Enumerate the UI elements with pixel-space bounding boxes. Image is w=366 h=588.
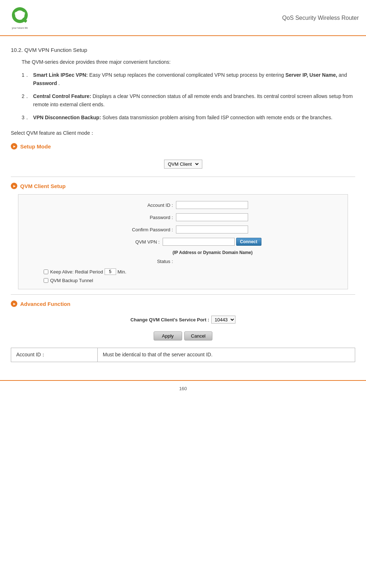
setup-mode-select[interactable]: QVM Client QVM Server Disabled bbox=[167, 161, 200, 167]
setup-mode-section: Setup Mode QVM Client QVM Server Disable… bbox=[11, 143, 355, 177]
cancel-button[interactable]: Cancel bbox=[184, 331, 212, 340]
advanced-port-select[interactable]: 10443 443 80 bbox=[211, 316, 235, 324]
qvm-client-section: QVM Client Setup Account ID : Password :… bbox=[11, 183, 355, 295]
apply-button[interactable]: Apply bbox=[154, 331, 182, 340]
section-divider-2 bbox=[11, 294, 355, 295]
section-divider-1 bbox=[11, 177, 355, 177]
qvm-client-form: Account ID : Password : Confirm Password… bbox=[18, 194, 348, 289]
advanced-port-label: Change QVM Client's Service Port : bbox=[131, 317, 209, 322]
keep-alive-checkbox[interactable] bbox=[44, 270, 48, 274]
page-number: 160 bbox=[179, 386, 187, 391]
ip-note: (IP Address or Dynamic Domain Name) bbox=[172, 250, 252, 255]
account-id-input[interactable] bbox=[176, 201, 248, 209]
main-content: 10.2. QVM VPN Function Setup The QVM-ser… bbox=[0, 36, 366, 373]
feature2-label: Central Control Feature: bbox=[33, 93, 91, 99]
qvm-client-bullet bbox=[11, 183, 17, 189]
qvm-vpn-row: QVM VPN : Connect bbox=[22, 238, 344, 246]
feature-list: 1． Smart Link IPSec VPN: Easy VPN setup … bbox=[22, 71, 355, 121]
backup-row: QVM Backup Tunnel bbox=[44, 278, 344, 283]
svg-text:QNO: QNO bbox=[14, 11, 25, 16]
list-item: 3． VPN Disconnection Backup: Solves data… bbox=[22, 113, 355, 121]
confirm-password-input[interactable] bbox=[176, 226, 248, 233]
setup-mode-label: Setup Mode bbox=[20, 143, 51, 150]
header: your future life QNO QoS Security Wirele… bbox=[0, 0, 366, 36]
setup-mode-bullet bbox=[11, 143, 17, 150]
qvm-client-label: QVM Client Setup bbox=[20, 183, 66, 189]
account-id-row: Account ID : bbox=[22, 201, 344, 209]
setup-mode-select-wrapper[interactable]: QVM Client QVM Server Disabled bbox=[164, 160, 202, 169]
advanced-label-row: Advanced Function bbox=[11, 300, 355, 307]
keep-alive-input[interactable]: 5 bbox=[105, 268, 116, 275]
ip-note-row: (IP Address or Dynamic Domain Name) bbox=[22, 250, 344, 255]
feature1-bold1: Server IP, User Name, bbox=[285, 72, 337, 78]
password-input[interactable] bbox=[176, 213, 248, 221]
setup-mode-area: QVM Client QVM Server Disabled bbox=[11, 155, 355, 174]
feature1-label: Smart Link IPSec VPN: bbox=[33, 72, 88, 78]
intro-text: The QVM-series device provides three maj… bbox=[22, 58, 355, 66]
account-id-label: Account ID : bbox=[118, 202, 176, 208]
account-id-cell: Account ID： bbox=[11, 348, 98, 362]
setup-mode-label-row: Setup Mode bbox=[11, 143, 355, 150]
list-item: 2． Central Control Feature: Displays a c… bbox=[22, 92, 355, 108]
confirm-password-row: Confirm Password : bbox=[22, 226, 344, 233]
advanced-bullet bbox=[11, 300, 17, 307]
section-heading: 10.2. QVM VPN Function Setup bbox=[11, 47, 355, 53]
header-title: QoS Security Wireless Router bbox=[282, 15, 359, 21]
feature1-bold2: Password bbox=[33, 80, 57, 86]
confirm-password-label: Confirm Password : bbox=[118, 227, 176, 232]
advanced-label: Advanced Function bbox=[20, 301, 70, 307]
password-row: Password : bbox=[22, 213, 344, 221]
keep-alive-unit: Min. bbox=[118, 269, 127, 275]
account-id-desc: Must be identical to that of the server … bbox=[98, 348, 355, 362]
connect-button[interactable]: Connect bbox=[236, 238, 261, 246]
footer: 160 bbox=[0, 380, 366, 394]
keep-alive-row: Keep Alive: Redial Period 5 Min. bbox=[44, 268, 344, 275]
table-row: Account ID： Must be identical to that of… bbox=[11, 348, 355, 362]
select-qvm-text: Select QVM feature as Client mode： bbox=[11, 130, 355, 137]
apply-cancel-row: Apply Cancel bbox=[11, 326, 355, 346]
status-label: Status : bbox=[118, 259, 176, 264]
status-row: Status : bbox=[22, 259, 344, 264]
qvm-vpn-label: QVM VPN : bbox=[105, 239, 163, 245]
logo: your future life QNO bbox=[4, 4, 36, 32]
keep-alive-label: Keep Alive: Redial Period bbox=[50, 269, 103, 275]
advanced-section: Advanced Function Change QVM Client's Se… bbox=[11, 300, 355, 346]
info-table: Account ID： Must be identical to that of… bbox=[11, 348, 355, 362]
svg-text:your future life: your future life bbox=[12, 27, 28, 30]
list-item: 1． Smart Link IPSec VPN: Easy VPN setup … bbox=[22, 71, 355, 87]
backup-label: QVM Backup Tunnel bbox=[50, 278, 93, 283]
qvm-client-label-row: QVM Client Setup bbox=[11, 183, 355, 189]
qvm-vpn-input[interactable] bbox=[163, 238, 235, 246]
feature3-label: VPN Disconnection Backup: bbox=[33, 115, 101, 120]
password-label: Password : bbox=[118, 215, 176, 220]
backup-checkbox[interactable] bbox=[44, 278, 48, 283]
advanced-port-row: Change QVM Client's Service Port : 10443… bbox=[11, 312, 355, 326]
